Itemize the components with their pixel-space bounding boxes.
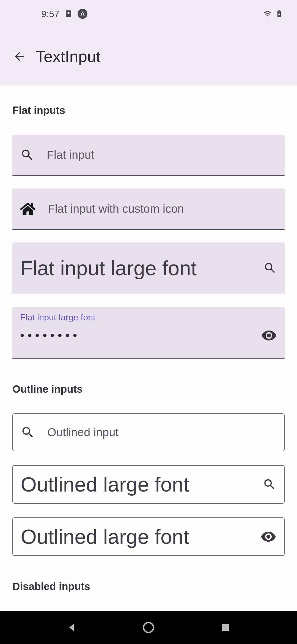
password-value: •••••••• (20, 329, 80, 342)
battery-icon (275, 10, 283, 18)
flat-input-1[interactable]: Flat input (12, 135, 285, 176)
flat-input-4[interactable]: Flat input large font •••••••• (12, 307, 285, 359)
circle-icon (142, 621, 155, 634)
arrow-left-icon (13, 50, 26, 63)
section-title-outline: Outline inputs (12, 383, 285, 395)
expo-icon: Λ (78, 9, 87, 19)
flat-input-2[interactable]: Flat input with custom icon (12, 189, 285, 230)
outlined-input-3[interactable]: Outlined large font (12, 517, 285, 556)
wifi-icon (263, 10, 272, 18)
content: Flat inputs Flat input Flat input with c… (0, 85, 297, 611)
outlined-input-placeholder: Outlined large font (21, 473, 263, 496)
app-bar: TextInput (0, 28, 297, 85)
page-title: TextInput (36, 47, 100, 66)
status-bar: 9:57 Λ (0, 0, 297, 28)
nav-recent-button[interactable] (218, 620, 233, 635)
flat-input-placeholder: Flat input with custom icon (48, 202, 184, 215)
eye-icon[interactable] (261, 328, 277, 343)
nav-back-button[interactable] (64, 620, 79, 635)
eye-icon[interactable] (260, 529, 276, 545)
square-icon (221, 623, 230, 632)
nav-home-button[interactable] (141, 620, 156, 635)
svg-point-0 (144, 623, 153, 632)
status-left: 9:57 Λ (41, 9, 87, 19)
outlined-input-1[interactable]: Outlined input (12, 413, 285, 451)
home-icon (20, 201, 35, 217)
status-right (263, 10, 283, 18)
svg-rect-1 (222, 624, 229, 631)
outlined-input-2[interactable]: Outlined large font (12, 465, 285, 504)
password-row: •••••••• (20, 328, 277, 343)
navigation-bar (0, 611, 297, 644)
back-button[interactable] (11, 48, 28, 65)
triangle-left-icon (66, 622, 77, 633)
flat-input-placeholder: Flat input (47, 148, 94, 162)
outlined-input-placeholder: Outlined input (47, 426, 119, 439)
search-icon (21, 425, 35, 440)
status-time: 9:57 (41, 9, 59, 19)
flat-input-3[interactable]: Flat input large font (12, 242, 285, 294)
search-icon (20, 148, 34, 162)
pricetag-icon (64, 10, 73, 18)
search-icon[interactable] (263, 261, 277, 275)
section-title-flat: Flat inputs (12, 105, 285, 116)
outlined-input-placeholder: Outlined large font (21, 525, 260, 549)
flat-input-placeholder: Flat input large font (20, 256, 263, 280)
section-title-disabled: Disabled inputs (12, 581, 285, 593)
password-label: Flat input large font (20, 312, 277, 323)
search-icon[interactable] (263, 477, 276, 491)
